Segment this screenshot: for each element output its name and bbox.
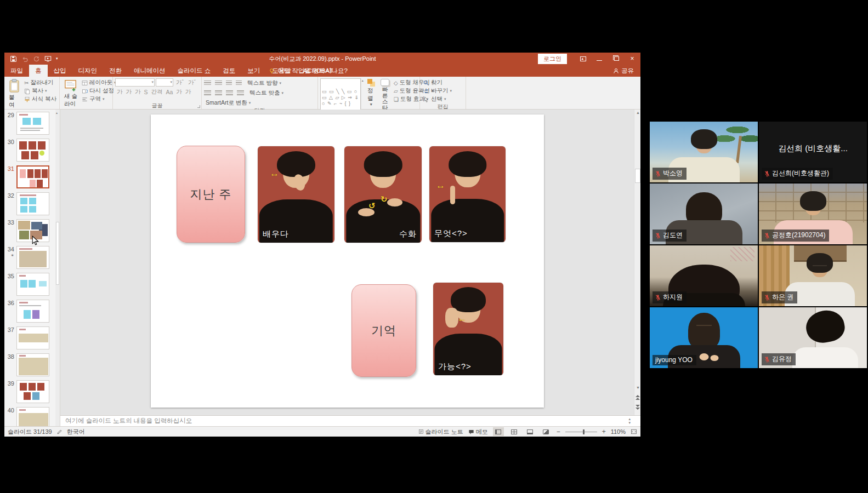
next-slide-button[interactable]	[636, 404, 640, 409]
section-button[interactable]: 구역▾	[81, 95, 117, 103]
vertical-scrollbar[interactable]: ▲ ▼	[634, 110, 640, 415]
ribbon-tab[interactable]: 디자인	[72, 65, 104, 77]
shape-row[interactable]: ▭ △ ▱ ▷ ⇒ ⇓	[322, 95, 359, 101]
font-format-button[interactable]: S	[143, 89, 150, 95]
replace-button[interactable]: 바꾸기▾	[422, 87, 453, 95]
slide-thumbnail[interactable]	[16, 380, 49, 403]
normal-view-button[interactable]	[493, 427, 504, 436]
slide-thumbnail[interactable]	[16, 165, 49, 188]
scrollbar-thumb[interactable]	[635, 169, 640, 183]
participant-tile[interactable]: jiyoung YOO	[650, 307, 758, 368]
bullets-icon[interactable]	[204, 81, 211, 86]
participant-tile[interactable]: 하은 권	[759, 245, 867, 306]
ribbon-tab[interactable]: 홈	[29, 65, 48, 77]
participant-tile[interactable]: 김선희 (비호생활... 김선희(비호생활관)	[759, 122, 867, 182]
cut-button[interactable]: ✂잘라내기	[23, 79, 58, 87]
decrease-font-icon[interactable]: 가ˇ	[186, 79, 197, 87]
align-left-icon[interactable]	[204, 90, 211, 96]
redo-icon[interactable]	[33, 55, 40, 62]
numbering-icon[interactable]	[215, 81, 222, 86]
select-button[interactable]: 선택▾	[422, 95, 453, 103]
indent-decrease-icon[interactable]	[226, 81, 232, 86]
scroll-down-icon[interactable]: ▼	[636, 386, 640, 389]
notes-pane[interactable]: 여기에 슬라이드 노트의 내용을 입력하십시오 ▴▾	[60, 415, 640, 426]
format-painter-button[interactable]: 서식 복사	[23, 95, 58, 103]
ribbon-tab[interactable]: 검토	[217, 65, 241, 77]
ribbon-tab[interactable]: 전환	[103, 65, 128, 77]
slide-thumbnail[interactable]	[16, 273, 49, 296]
participant-tile[interactable]: 김도연	[650, 184, 758, 244]
indent-increase-icon[interactable]	[236, 81, 242, 86]
zoom-percentage[interactable]: 110%	[611, 428, 626, 435]
login-button[interactable]: 로그인	[538, 54, 567, 64]
copy-button[interactable]: 복사▾	[23, 87, 58, 95]
sign-photo-possible[interactable]: ← 가능<?>	[433, 283, 503, 375]
language-indicator[interactable]: 한국어	[67, 428, 85, 436]
font-format-button[interactable]: Aa	[164, 89, 175, 95]
slideshow-view-button[interactable]	[541, 427, 552, 436]
ribbon-tab[interactable]: 슬라이드 쇼	[172, 65, 217, 77]
minimize-button[interactable]	[591, 53, 608, 65]
slide-thumbnail[interactable]	[16, 407, 49, 426]
slide-thumbnail[interactable]	[16, 112, 49, 135]
fit-to-window-icon[interactable]	[631, 428, 637, 435]
align-center-icon[interactable]	[215, 90, 222, 96]
shape-row[interactable]: ○ ✎ ⌐ ~ { }	[322, 101, 359, 107]
find-button[interactable]: 찾기	[422, 79, 453, 87]
spell-check-icon[interactable]	[56, 429, 63, 435]
font-format-button[interactable]: 가	[115, 88, 124, 96]
thumbnail-scrollbar[interactable]: ▴	[55, 110, 60, 426]
close-button[interactable]: ×	[624, 53, 640, 65]
ribbon-tab[interactable]: 애니메이션	[128, 65, 172, 77]
restore-button[interactable]	[608, 53, 624, 65]
font-format-button[interactable]: 가	[124, 88, 134, 96]
justify-icon[interactable]	[237, 90, 244, 96]
save-icon[interactable]	[10, 55, 17, 62]
slide-thumbnail[interactable]	[16, 192, 49, 215]
slide-thumbnail[interactable]	[16, 300, 49, 323]
font-size-combo[interactable]	[156, 78, 173, 87]
align-text-button[interactable]: 텍스트 맞춤▾	[248, 89, 285, 97]
undo-icon[interactable]	[21, 55, 29, 62]
zoom-slider-thumb[interactable]	[583, 429, 585, 434]
zoom-slider[interactable]	[565, 432, 597, 432]
sign-photo-learn[interactable]: ↔ 배우다	[258, 146, 334, 243]
shape-last-week[interactable]: 지난 주	[177, 146, 245, 243]
participant-tile[interactable]: 김유정	[759, 307, 867, 368]
participant-tile[interactable]: 하지원	[650, 245, 758, 306]
zoom-out-button[interactable]: −	[557, 428, 560, 435]
ribbon-tab[interactable]: 파일	[4, 65, 29, 77]
font-dialog-launcher[interactable]	[197, 105, 200, 108]
ribbon-display-options-button[interactable]	[575, 53, 591, 65]
reset-button[interactable]: 다시 설정	[81, 87, 117, 95]
font-format-button[interactable]: 가	[174, 88, 184, 96]
ribbon-tab[interactable]: 삽입	[48, 65, 72, 77]
shape-row[interactable]: ▭ ▭ ╲ ╲ ▭ ○	[322, 89, 359, 95]
zoom-in-button[interactable]: +	[602, 428, 606, 435]
slide-sorter-view-button[interactable]	[509, 427, 520, 436]
notes-toggle-button[interactable]: 슬라이드 노트	[418, 428, 463, 436]
start-presentation-icon[interactable]	[44, 55, 52, 62]
shape-memory[interactable]: 기억	[351, 284, 416, 377]
notes-scroll-arrows[interactable]: ▴▾	[628, 417, 631, 425]
scroll-up-icon[interactable]: ▲	[636, 111, 640, 114]
ribbon-tab[interactable]: 보기	[241, 65, 266, 77]
memo-toggle-button[interactable]: 메모	[468, 428, 488, 436]
slide-thumbnail[interactable]	[16, 139, 49, 162]
font-format-button[interactable]: 가	[133, 88, 143, 96]
sign-photo-sign-language[interactable]: ↺ ↻ 수화	[344, 146, 422, 243]
font-name-combo[interactable]	[115, 78, 155, 87]
participant-tile[interactable]: 박소영	[650, 122, 758, 182]
layout-button[interactable]: 레이아웃▾	[81, 79, 117, 87]
align-right-icon[interactable]	[226, 90, 233, 96]
reading-view-button[interactable]	[525, 427, 536, 436]
qat-customize-icon[interactable]: ▾	[56, 56, 58, 61]
share-button[interactable]: 공유	[621, 67, 634, 75]
font-format-button[interactable]: 간격	[150, 88, 164, 96]
slide-editing-area[interactable]: 지난 주 ↔ 배우다 ↺ ↻ 수화	[151, 114, 544, 408]
font-format-button[interactable]: 가	[184, 88, 193, 96]
sign-photo-what[interactable]: ↔ 무엇<?>	[429, 146, 506, 242]
slide-thumbnail[interactable]	[16, 353, 49, 376]
slide-thumbnail[interactable]	[16, 246, 49, 269]
participant-tile[interactable]: 공정호(21902704)	[759, 184, 867, 244]
